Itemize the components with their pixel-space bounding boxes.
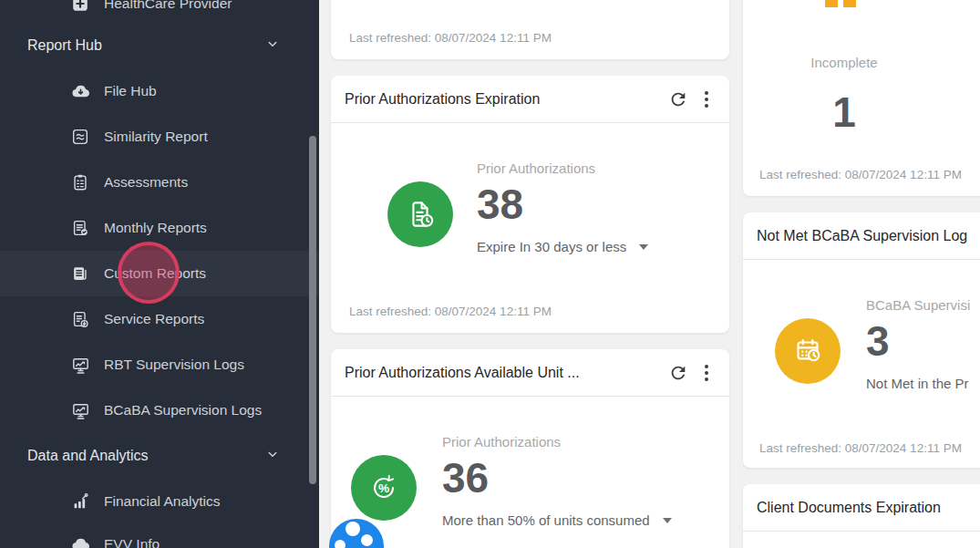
card-not-met-bcaba: Not Met BCaBA Supervision Log BCaBA Supe… xyxy=(743,212,980,468)
card-header: Prior Authorizations Expiration xyxy=(331,76,729,123)
stat-filter-dropdown[interactable]: More than 50% of units consumed xyxy=(442,512,672,528)
document-clock-icon xyxy=(387,181,453,247)
stat-block: BCaBA Supervisi 3 Not Met in the Pr xyxy=(866,297,970,391)
dashboard-viewport: HealthCare Provider Report Hub File Hub … xyxy=(0,0,980,548)
last-refreshed-text: Last refreshed: 08/07/2024 12:11 PM xyxy=(349,305,552,318)
stat-sub-label: Not Met in the Pr xyxy=(866,376,970,391)
clipped-number-top xyxy=(843,0,856,7)
kebab-menu-button[interactable] xyxy=(696,362,717,384)
card-header: Not Met BCaBA Supervision Log xyxy=(743,212,980,260)
sidebar-section-report-hub[interactable]: Report Hub xyxy=(0,23,319,68)
sidebar-item-label: Service Reports xyxy=(104,311,204,327)
last-refreshed-text: Last refreshed: 08/07/2024 12:11 PM xyxy=(349,31,552,45)
sidebar-item-label: BCaBA Supervision Logs xyxy=(104,402,262,419)
refresh-icon xyxy=(668,363,688,383)
sidebar-item-label: HealthCare Provider xyxy=(104,0,232,12)
similarity-waves-icon xyxy=(69,126,91,148)
stat-block: Incomplete 1 xyxy=(790,55,898,134)
clipboard-list-icon xyxy=(69,171,91,193)
calendar-clock-icon xyxy=(775,318,841,384)
stat-value: 3 xyxy=(866,319,970,363)
sidebar-nav: HealthCare Provider Report Hub File Hub … xyxy=(0,0,319,548)
card-header: Prior Authorizations Available Unit ... xyxy=(331,349,729,397)
sidebar-item-rbt-supervision-logs[interactable]: RBT Supervision Logs xyxy=(0,342,319,388)
percent-refresh-icon: % xyxy=(351,455,417,521)
stat-label: Incomplete xyxy=(810,55,877,70)
svg-text:%: % xyxy=(378,481,389,495)
sidebar-item-label: RBT Supervision Logs xyxy=(104,357,244,373)
sidebar-item-bcaba-supervision-logs[interactable]: BCaBA Supervision Logs xyxy=(0,388,319,433)
sidebar-item-service-reports[interactable]: Service Reports xyxy=(0,296,319,342)
card-incomplete: Incomplete 1 Last refreshed: 08/07/2024 … xyxy=(743,0,980,196)
card-title: Not Met BCaBA Supervision Log xyxy=(757,228,980,244)
sidebar-item-label: Financial Analytics xyxy=(104,493,221,510)
document-lines-icon xyxy=(69,263,91,284)
sidebar-item-similarity-report[interactable]: Similarity Report xyxy=(0,114,319,160)
cloud-icon xyxy=(69,533,91,548)
sidebar-section-data-and-analytics[interactable]: Data and Analytics xyxy=(0,433,319,479)
report-check-icon xyxy=(69,217,91,239)
card-title: Prior Authorizations Expiration xyxy=(345,91,660,108)
sidebar-item-label: EVV Info xyxy=(104,536,160,548)
card-prior-auth-available-units: Prior Authorizations Available Unit ... … xyxy=(331,349,729,548)
sidebar-scrollbar-thumb[interactable] xyxy=(309,136,316,484)
section-label: Report Hub xyxy=(27,37,102,54)
caret-down-icon xyxy=(663,518,672,523)
card-client-documents-expiration: Client Documents Expiration xyxy=(743,484,980,548)
refresh-button[interactable] xyxy=(665,87,691,112)
bar-chart-signal-icon xyxy=(69,491,91,512)
click-indicator-ring xyxy=(118,242,180,304)
chevron-down-icon xyxy=(264,446,281,466)
stat-label: BCaBA Supervisi xyxy=(866,297,970,313)
sidebar-item-label: Assessments xyxy=(104,174,188,191)
clipped-number-top xyxy=(825,0,838,7)
medical-plus-icon xyxy=(69,0,91,15)
sidebar-item-label: Monthly Reports xyxy=(104,220,207,236)
chat-avatar-dot xyxy=(346,522,360,536)
cloud-download-icon xyxy=(69,80,91,102)
refresh-icon xyxy=(668,89,688,109)
chat-avatar-dot xyxy=(361,534,373,546)
card-title: Client Documents Expiration xyxy=(757,500,980,516)
card-title: Prior Authorizations Available Unit ... xyxy=(345,365,660,381)
stat-value: 38 xyxy=(477,182,648,226)
section-label: Data and Analytics xyxy=(27,448,149,464)
stat-label: Prior Authorizations xyxy=(477,160,648,176)
chat-avatar-dot xyxy=(335,540,346,548)
sidebar-item-label: Similarity Report xyxy=(104,129,208,145)
sub-label-text: Not Met in the Pr xyxy=(866,376,969,391)
refresh-button[interactable] xyxy=(665,360,691,386)
monitor-chart-icon xyxy=(69,354,91,376)
filter-label: More than 50% of units consumed xyxy=(442,512,650,528)
last-refreshed-text: Last refreshed: 08/07/2024 12:11 PM xyxy=(759,168,962,181)
filter-label: Expire In 30 days or less xyxy=(477,239,626,254)
last-refreshed-text: Last refreshed: 08/07/2024 12:11 PM xyxy=(759,441,962,455)
stat-value: 1 xyxy=(832,90,856,134)
stat-block: Prior Authorizations 38 Expire In 30 day… xyxy=(477,160,648,254)
sidebar-item-financial-analytics[interactable]: Financial Analytics xyxy=(0,479,319,524)
sidebar-item-evv-info[interactable]: EVV Info xyxy=(0,522,319,548)
caret-down-icon xyxy=(639,244,648,250)
card-prior-auth-expiration: Prior Authorizations Expiration Prior Au… xyxy=(331,76,729,333)
stat-label: Prior Authorizations xyxy=(442,434,672,450)
sidebar-item-file-hub[interactable]: File Hub xyxy=(0,68,319,114)
stat-block: Prior Authorizations 36 More than 50% of… xyxy=(442,434,672,528)
card-header: Client Documents Expiration xyxy=(743,484,980,532)
stat-filter-dropdown[interactable]: Expire In 30 days or less xyxy=(477,239,648,254)
kebab-menu-button[interactable] xyxy=(696,88,717,110)
chevron-down-icon xyxy=(264,36,281,56)
card-top-partial: Last refreshed: 08/07/2024 12:11 PM xyxy=(331,0,729,59)
sidebar-item-assessments[interactable]: Assessments xyxy=(0,160,319,205)
monitor-chart-icon xyxy=(69,399,91,421)
clipboard-download-icon xyxy=(69,308,91,330)
sidebar-item-label: File Hub xyxy=(104,83,157,99)
stat-value: 36 xyxy=(442,456,672,500)
